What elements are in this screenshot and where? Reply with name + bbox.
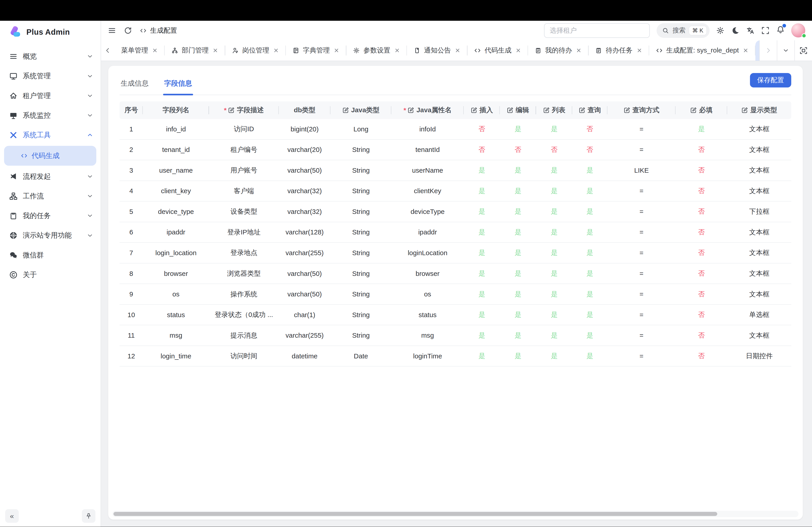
table-row[interactable]: 1info_id访问IDbigint(20)LonginfoId否是是否=是文本… — [119, 119, 791, 140]
cell-Java属性名: os — [391, 284, 464, 304]
global-search-button[interactable]: 搜索 ⌘ K — [656, 23, 710, 37]
tab-label: 岗位管理 — [242, 46, 269, 55]
cell-查询: 否 — [572, 119, 607, 139]
tabs-scroll-left-button[interactable] — [101, 40, 115, 61]
table-row[interactable]: 7login_location登录地点varchar(255)Stringlog… — [119, 243, 791, 264]
cell-查询方式: = — [607, 201, 676, 222]
cell-Java类型: String — [331, 181, 391, 201]
cell-必填: 否 — [676, 305, 727, 325]
app-root: Plus Admin 概览系统管理租户管理系统监控系统工具代码生成流程发起工作流… — [0, 0, 812, 527]
cell-字段列名: msg — [143, 325, 209, 346]
user-avatar[interactable] — [791, 24, 805, 37]
cell-编辑: 是 — [500, 243, 536, 263]
cell-插入: 是 — [464, 284, 500, 304]
horizontal-scrollbar-thumb[interactable] — [114, 512, 717, 516]
cell-Java属性名: loginLocation — [391, 243, 464, 263]
sidebar-item-租户管理[interactable]: 租户管理 — [0, 86, 101, 105]
sidebar-item-系统监控[interactable]: 系统监控 — [0, 105, 101, 125]
tab-close-icon[interactable] — [212, 47, 219, 54]
tab-字典管理[interactable]: 字典管理 — [286, 40, 346, 61]
tab-生成配置: sys_role_dept[interactable]: 生成配置: sys_role_dept — [649, 40, 755, 61]
sidebar-item-系统管理[interactable]: 系统管理 — [0, 66, 101, 86]
tab-label: 通知公告 — [424, 46, 451, 55]
content-maximize-button[interactable] — [794, 40, 812, 61]
tab-close-icon[interactable] — [333, 47, 340, 54]
tab-close-icon[interactable] — [273, 47, 279, 54]
tab-close-icon[interactable] — [742, 47, 749, 54]
cell-db类型: varchar(50) — [279, 264, 331, 284]
sidebar-item-演示站专用功能[interactable]: 演示站专用功能 — [0, 226, 101, 245]
tab-close-icon[interactable] — [454, 47, 461, 54]
cell-Java属性名: deviceType — [391, 201, 464, 222]
tab-close-icon[interactable] — [394, 47, 400, 54]
sidebar-pin-button[interactable] — [82, 509, 96, 523]
tab-代码生成[interactable]: 代码生成 — [467, 40, 528, 61]
column-header-label: 必填 — [699, 105, 712, 115]
cell-必填: 否 — [676, 201, 727, 222]
tab-部门管理[interactable]: 部门管理 — [165, 40, 225, 61]
tab-生成配置: sys_lo[interactable]: 生成配置: sys_lo — [755, 40, 759, 61]
sidebar-item-系统工具[interactable]: 系统工具 — [0, 125, 101, 145]
sidebar-item-工作流[interactable]: 工作流 — [0, 186, 101, 206]
tab-岗位管理[interactable]: 岗位管理 — [225, 40, 286, 61]
chevron-down-icon — [87, 112, 93, 119]
brand-logo-row[interactable]: Plus Admin — [0, 21, 101, 42]
table-row[interactable]: 11msg提示消息varchar(255)Stringmsg是是是是=否文本框 — [119, 325, 791, 346]
card-tab-生成信息[interactable]: 生成信息 — [119, 79, 149, 95]
topbar: 生成配置 搜索 ⌘ K — [101, 21, 812, 40]
sidebar-item-关于[interactable]: 关于 — [0, 265, 101, 284]
column-header-Java类型: Java类型 — [331, 102, 391, 119]
sidebar-subitem-代码生成[interactable]: 代码生成 — [4, 146, 96, 165]
tab-参数设置[interactable]: 参数设置 — [346, 40, 407, 61]
table-row[interactable]: 6ipaddr登录IP地址varchar(128)Stringipaddr是是是… — [119, 222, 791, 243]
tab-close-icon[interactable] — [152, 47, 158, 54]
sidebar-collapse-button[interactable]: « — [5, 509, 19, 523]
notifications-button[interactable] — [777, 26, 785, 36]
menu-icon — [9, 52, 18, 61]
tab-通知公告[interactable]: 通知公告 — [407, 40, 467, 61]
sidebar-item-微信群[interactable]: 微信群 — [0, 245, 101, 265]
tab-close-icon[interactable] — [636, 47, 643, 54]
table-row[interactable]: 4client_key客户端varchar(32)StringclientKey… — [119, 181, 791, 202]
table-row[interactable]: 2tenant_id租户编号varchar(20)StringtenantId否… — [119, 140, 791, 161]
code-icon — [21, 152, 28, 159]
tabs-dropdown-button[interactable] — [777, 40, 794, 61]
column-header-label: 显示类型 — [750, 105, 777, 115]
tenant-select-input[interactable] — [544, 23, 650, 37]
cell-db类型: varchar(32) — [279, 201, 331, 222]
table-row[interactable]: 9os操作系统varchar(50)Stringos是是是是=否文本框 — [119, 284, 791, 305]
cell-列表: 是 — [536, 346, 572, 366]
cell-Java类型: String — [331, 140, 391, 160]
table-row[interactable]: 5device_type设备类型varchar(32)StringdeviceT… — [119, 201, 791, 222]
cell-必填: 否 — [676, 284, 727, 304]
tab-label: 部门管理 — [182, 46, 209, 55]
column-header-查询: 查询 — [572, 102, 607, 119]
tabs-scroll-right-button[interactable] — [759, 40, 777, 61]
clipboard-icon — [9, 212, 18, 220]
cell-序号: 5 — [119, 201, 143, 222]
tab-待办任务[interactable]: 待办任务 — [589, 40, 649, 61]
tab-我的待办[interactable]: 我的待办 — [528, 40, 589, 61]
cell-列表: 是 — [536, 222, 572, 243]
tab-close-icon[interactable] — [576, 47, 582, 54]
sidebar-item-概览[interactable]: 概览 — [0, 47, 101, 66]
table-row[interactable]: 8browser浏览器类型varchar(50)Stringbrowser是是是… — [119, 264, 791, 284]
tab-close-icon[interactable] — [515, 47, 521, 54]
search-shortcut-badge: ⌘ K — [689, 26, 707, 35]
cell-插入: 是 — [464, 305, 500, 325]
cell-序号: 8 — [119, 264, 143, 284]
sidebar-item-我的任务[interactable]: 我的任务 — [0, 206, 101, 226]
tab-菜单管理[interactable]: 菜单管理 — [114, 40, 165, 61]
sidebar-item-流程发起[interactable]: 流程发起 — [0, 167, 101, 186]
cell-编辑: 是 — [500, 222, 536, 243]
card-tabs-row: 生成信息字段信息保存配置 — [119, 66, 791, 95]
cell-Java属性名: msg — [391, 325, 464, 346]
table-row[interactable]: 3user_name用户账号varchar(50)StringuserName是… — [119, 160, 791, 181]
sidebar: Plus Admin 概览系统管理租户管理系统监控系统工具代码生成流程发起工作流… — [0, 21, 101, 527]
chevron-down-icon — [87, 53, 93, 60]
sidebar-item-label: 流程发起 — [23, 172, 82, 181]
table-row[interactable]: 10status登录状态（0成功 ...char(1)Stringstatus是… — [119, 305, 791, 326]
card-tab-字段信息[interactable]: 字段信息 — [163, 79, 193, 95]
table-row[interactable]: 12login_time访问时间datetimeDateloginTime是是是… — [119, 346, 791, 367]
save-config-button[interactable]: 保存配置 — [750, 73, 792, 88]
